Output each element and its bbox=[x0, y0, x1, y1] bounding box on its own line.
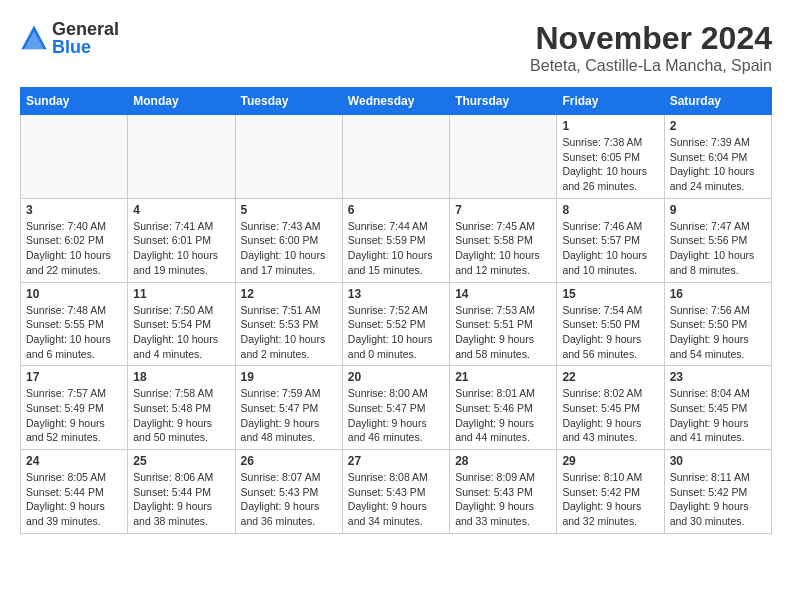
day-number: 13 bbox=[348, 287, 444, 301]
logo-blue-text: Blue bbox=[52, 38, 119, 56]
day-info: Sunrise: 7:46 AMSunset: 5:57 PMDaylight:… bbox=[562, 219, 658, 278]
location-title: Beteta, Castille-La Mancha, Spain bbox=[530, 57, 772, 75]
day-info: Sunrise: 8:11 AMSunset: 5:42 PMDaylight:… bbox=[670, 470, 766, 529]
weekday-header-saturday: Saturday bbox=[664, 88, 771, 115]
day-number: 3 bbox=[26, 203, 122, 217]
day-number: 8 bbox=[562, 203, 658, 217]
day-number: 22 bbox=[562, 370, 658, 384]
weekday-header-monday: Monday bbox=[128, 88, 235, 115]
day-number: 24 bbox=[26, 454, 122, 468]
day-info: Sunrise: 7:50 AMSunset: 5:54 PMDaylight:… bbox=[133, 303, 229, 362]
page-header: General Blue November 2024 Beteta, Casti… bbox=[20, 20, 772, 79]
day-number: 16 bbox=[670, 287, 766, 301]
day-number: 2 bbox=[670, 119, 766, 133]
day-cell: 23Sunrise: 8:04 AMSunset: 5:45 PMDayligh… bbox=[664, 366, 771, 450]
day-number: 10 bbox=[26, 287, 122, 301]
weekday-header-thursday: Thursday bbox=[450, 88, 557, 115]
day-number: 25 bbox=[133, 454, 229, 468]
day-info: Sunrise: 8:01 AMSunset: 5:46 PMDaylight:… bbox=[455, 386, 551, 445]
day-cell: 6Sunrise: 7:44 AMSunset: 5:59 PMDaylight… bbox=[342, 198, 449, 282]
day-info: Sunrise: 7:54 AMSunset: 5:50 PMDaylight:… bbox=[562, 303, 658, 362]
day-number: 21 bbox=[455, 370, 551, 384]
day-cell: 7Sunrise: 7:45 AMSunset: 5:58 PMDaylight… bbox=[450, 198, 557, 282]
logo: General Blue bbox=[20, 20, 119, 56]
weekday-header-wednesday: Wednesday bbox=[342, 88, 449, 115]
day-number: 28 bbox=[455, 454, 551, 468]
day-number: 9 bbox=[670, 203, 766, 217]
day-cell: 2Sunrise: 7:39 AMSunset: 6:04 PMDaylight… bbox=[664, 115, 771, 199]
day-cell: 4Sunrise: 7:41 AMSunset: 6:01 PMDaylight… bbox=[128, 198, 235, 282]
day-cell: 27Sunrise: 8:08 AMSunset: 5:43 PMDayligh… bbox=[342, 450, 449, 534]
logo-general-text: General bbox=[52, 20, 119, 38]
month-title: November 2024 bbox=[530, 20, 772, 57]
day-cell: 15Sunrise: 7:54 AMSunset: 5:50 PMDayligh… bbox=[557, 282, 664, 366]
week-row-3: 10Sunrise: 7:48 AMSunset: 5:55 PMDayligh… bbox=[21, 282, 772, 366]
week-row-1: 1Sunrise: 7:38 AMSunset: 6:05 PMDaylight… bbox=[21, 115, 772, 199]
title-section: November 2024 Beteta, Castille-La Mancha… bbox=[530, 20, 772, 75]
day-info: Sunrise: 7:57 AMSunset: 5:49 PMDaylight:… bbox=[26, 386, 122, 445]
day-info: Sunrise: 7:51 AMSunset: 5:53 PMDaylight:… bbox=[241, 303, 337, 362]
day-info: Sunrise: 8:05 AMSunset: 5:44 PMDaylight:… bbox=[26, 470, 122, 529]
day-info: Sunrise: 7:39 AMSunset: 6:04 PMDaylight:… bbox=[670, 135, 766, 194]
day-cell: 3Sunrise: 7:40 AMSunset: 6:02 PMDaylight… bbox=[21, 198, 128, 282]
week-row-5: 24Sunrise: 8:05 AMSunset: 5:44 PMDayligh… bbox=[21, 450, 772, 534]
day-number: 27 bbox=[348, 454, 444, 468]
day-cell: 14Sunrise: 7:53 AMSunset: 5:51 PMDayligh… bbox=[450, 282, 557, 366]
day-cell: 25Sunrise: 8:06 AMSunset: 5:44 PMDayligh… bbox=[128, 450, 235, 534]
day-number: 18 bbox=[133, 370, 229, 384]
day-cell: 12Sunrise: 7:51 AMSunset: 5:53 PMDayligh… bbox=[235, 282, 342, 366]
day-number: 1 bbox=[562, 119, 658, 133]
day-number: 5 bbox=[241, 203, 337, 217]
week-row-4: 17Sunrise: 7:57 AMSunset: 5:49 PMDayligh… bbox=[21, 366, 772, 450]
weekday-header-tuesday: Tuesday bbox=[235, 88, 342, 115]
day-number: 17 bbox=[26, 370, 122, 384]
calendar-table: SundayMondayTuesdayWednesdayThursdayFrid… bbox=[20, 87, 772, 534]
day-cell bbox=[450, 115, 557, 199]
day-number: 15 bbox=[562, 287, 658, 301]
day-cell: 11Sunrise: 7:50 AMSunset: 5:54 PMDayligh… bbox=[128, 282, 235, 366]
day-info: Sunrise: 7:59 AMSunset: 5:47 PMDaylight:… bbox=[241, 386, 337, 445]
weekday-header-friday: Friday bbox=[557, 88, 664, 115]
day-number: 7 bbox=[455, 203, 551, 217]
day-number: 11 bbox=[133, 287, 229, 301]
day-cell bbox=[235, 115, 342, 199]
day-info: Sunrise: 8:10 AMSunset: 5:42 PMDaylight:… bbox=[562, 470, 658, 529]
day-info: Sunrise: 7:53 AMSunset: 5:51 PMDaylight:… bbox=[455, 303, 551, 362]
day-info: Sunrise: 7:43 AMSunset: 6:00 PMDaylight:… bbox=[241, 219, 337, 278]
day-cell bbox=[21, 115, 128, 199]
day-info: Sunrise: 8:00 AMSunset: 5:47 PMDaylight:… bbox=[348, 386, 444, 445]
day-cell: 20Sunrise: 8:00 AMSunset: 5:47 PMDayligh… bbox=[342, 366, 449, 450]
day-info: Sunrise: 7:44 AMSunset: 5:59 PMDaylight:… bbox=[348, 219, 444, 278]
day-number: 19 bbox=[241, 370, 337, 384]
day-info: Sunrise: 8:08 AMSunset: 5:43 PMDaylight:… bbox=[348, 470, 444, 529]
day-number: 26 bbox=[241, 454, 337, 468]
day-number: 29 bbox=[562, 454, 658, 468]
day-info: Sunrise: 7:41 AMSunset: 6:01 PMDaylight:… bbox=[133, 219, 229, 278]
day-cell: 30Sunrise: 8:11 AMSunset: 5:42 PMDayligh… bbox=[664, 450, 771, 534]
day-cell: 1Sunrise: 7:38 AMSunset: 6:05 PMDaylight… bbox=[557, 115, 664, 199]
week-row-2: 3Sunrise: 7:40 AMSunset: 6:02 PMDaylight… bbox=[21, 198, 772, 282]
day-cell: 29Sunrise: 8:10 AMSunset: 5:42 PMDayligh… bbox=[557, 450, 664, 534]
day-number: 14 bbox=[455, 287, 551, 301]
day-cell bbox=[128, 115, 235, 199]
day-cell: 19Sunrise: 7:59 AMSunset: 5:47 PMDayligh… bbox=[235, 366, 342, 450]
day-cell: 21Sunrise: 8:01 AMSunset: 5:46 PMDayligh… bbox=[450, 366, 557, 450]
day-info: Sunrise: 7:47 AMSunset: 5:56 PMDaylight:… bbox=[670, 219, 766, 278]
day-cell: 16Sunrise: 7:56 AMSunset: 5:50 PMDayligh… bbox=[664, 282, 771, 366]
day-info: Sunrise: 8:06 AMSunset: 5:44 PMDaylight:… bbox=[133, 470, 229, 529]
day-info: Sunrise: 8:04 AMSunset: 5:45 PMDaylight:… bbox=[670, 386, 766, 445]
day-number: 30 bbox=[670, 454, 766, 468]
day-info: Sunrise: 7:56 AMSunset: 5:50 PMDaylight:… bbox=[670, 303, 766, 362]
day-info: Sunrise: 7:38 AMSunset: 6:05 PMDaylight:… bbox=[562, 135, 658, 194]
day-cell: 28Sunrise: 8:09 AMSunset: 5:43 PMDayligh… bbox=[450, 450, 557, 534]
day-info: Sunrise: 7:40 AMSunset: 6:02 PMDaylight:… bbox=[26, 219, 122, 278]
day-info: Sunrise: 7:45 AMSunset: 5:58 PMDaylight:… bbox=[455, 219, 551, 278]
day-info: Sunrise: 8:02 AMSunset: 5:45 PMDaylight:… bbox=[562, 386, 658, 445]
day-number: 6 bbox=[348, 203, 444, 217]
day-cell: 18Sunrise: 7:58 AMSunset: 5:48 PMDayligh… bbox=[128, 366, 235, 450]
day-info: Sunrise: 7:48 AMSunset: 5:55 PMDaylight:… bbox=[26, 303, 122, 362]
weekday-header-row: SundayMondayTuesdayWednesdayThursdayFrid… bbox=[21, 88, 772, 115]
weekday-header-sunday: Sunday bbox=[21, 88, 128, 115]
day-cell: 22Sunrise: 8:02 AMSunset: 5:45 PMDayligh… bbox=[557, 366, 664, 450]
day-number: 20 bbox=[348, 370, 444, 384]
